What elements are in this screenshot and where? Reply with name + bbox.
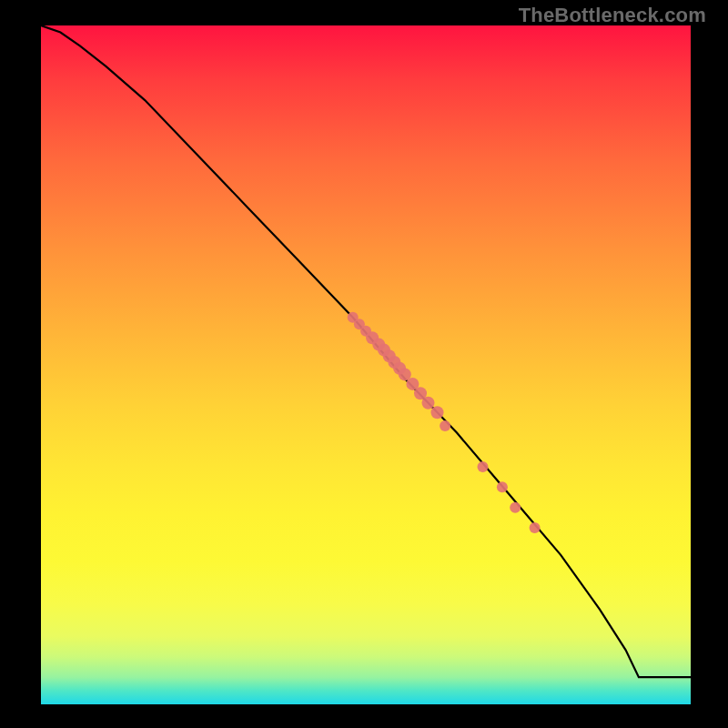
line-series-main xyxy=(41,25,691,677)
chart-frame: TheBottleneck.com xyxy=(0,0,728,728)
data-point xyxy=(422,397,435,410)
data-point-group xyxy=(348,312,541,533)
data-point xyxy=(478,461,489,472)
data-point xyxy=(440,420,450,431)
data-point xyxy=(530,522,541,533)
watermark-text: TheBottleneck.com xyxy=(519,4,706,27)
plot-area xyxy=(41,25,691,704)
data-point xyxy=(497,481,508,492)
data-point xyxy=(431,406,444,419)
chart-svg xyxy=(41,25,691,704)
data-point xyxy=(510,502,521,513)
